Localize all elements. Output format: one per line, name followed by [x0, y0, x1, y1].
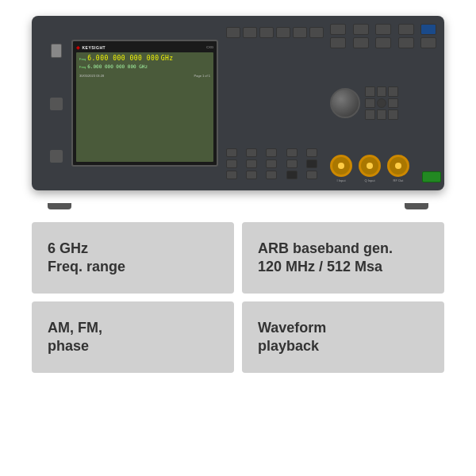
connector-label-1: I Input: [336, 178, 345, 182]
device-left-panel: [41, 24, 71, 182]
right-btn-1: [330, 24, 346, 35]
nav-up-right: [388, 86, 398, 97]
freq-sub-display: 6.000 000 000 000 GHz: [87, 63, 148, 69]
key-11: [226, 171, 237, 179]
rf-connector-2: [359, 155, 381, 177]
left-button-1: [50, 98, 63, 110]
key-6: [226, 159, 237, 168]
screen-date: 30/05/2023 03:28: [79, 74, 104, 78]
screen-page: Page 1 of 1: [194, 74, 210, 78]
nav-right: [388, 98, 398, 109]
screen-info-row: 30/05/2023 03:28 Page 1 of 1: [79, 74, 210, 78]
device-right-top-buttons: [330, 24, 441, 48]
key-7: [246, 159, 257, 168]
keypad-grid: [226, 148, 324, 179]
key-8: [266, 159, 277, 168]
device-feet: [48, 203, 428, 209]
right-btn-5: [420, 24, 436, 35]
freq-sub-label: Freq: [79, 65, 86, 69]
softkey-3: [259, 27, 274, 38]
right-btn-2: [353, 24, 369, 35]
feature-card-freq-range: 6 GHzFreq. range: [32, 222, 234, 294]
device-right-middle: [330, 86, 441, 120]
nav-center: [377, 98, 387, 109]
connector-inner-2: [367, 163, 373, 169]
rf-connector-1: [330, 155, 352, 177]
device-screen: ◆KEYSIGHT CXG Freq 6.000 000 000 000 GHz…: [71, 40, 218, 167]
nav-down-left: [365, 109, 375, 120]
key-2: [246, 148, 257, 157]
connector-label-3: RF Out: [393, 178, 404, 182]
connector-group-2: Q Input: [359, 155, 381, 182]
key-3: [266, 148, 277, 157]
device-right-panel: I Input Q Input RF Out: [330, 24, 441, 182]
feature-card-waveform: Waveformplayback: [242, 301, 444, 373]
foot-left: [48, 203, 71, 209]
feature-card-modulation: AM, FM,phase: [32, 301, 234, 373]
left-button-2: [50, 150, 63, 163]
right-btn-10: [420, 37, 436, 48]
right-btn-9: [398, 37, 414, 48]
rf-connector-3: [387, 155, 409, 177]
power-button: [422, 171, 441, 182]
foot-right: [405, 203, 428, 209]
page-wrapper: ◆KEYSIGHT CXG Freq 6.000 000 000 000 GHz…: [0, 0, 476, 476]
device-middle-panel: [226, 24, 324, 182]
nav-left: [365, 98, 375, 109]
nav-down-right: [388, 109, 398, 120]
connector-group-3: RF Out: [387, 155, 409, 182]
feature-text-modulation: AM, FM,phase: [48, 319, 102, 356]
features-grid: 6 GHzFreq. range ARB baseband gen.120 MH…: [32, 222, 444, 373]
right-btn-6: [330, 37, 346, 48]
connector-inner-1: [338, 163, 344, 169]
softkey-5: [293, 27, 307, 38]
key-1: [226, 148, 237, 157]
feature-text-arb: ARB baseband gen.120 MHz / 512 Msa: [258, 240, 393, 277]
softkey-1: [226, 27, 240, 38]
feature-text-waveform: Waveformplayback: [258, 319, 326, 356]
key-4: [286, 148, 298, 157]
nav-cluster: [365, 86, 398, 120]
softkey-6: [309, 27, 324, 38]
freq-main-display: 6.000 000 000 000: [87, 55, 159, 62]
freq-label: Freq: [79, 57, 86, 61]
right-btn-7: [353, 37, 369, 48]
nav-up-left: [365, 86, 375, 97]
connector-label-2: Q Input: [364, 178, 374, 182]
usb-port: [51, 44, 62, 58]
freq-unit-display: GHz: [161, 55, 174, 62]
main-knob: [330, 88, 360, 118]
screen-brand-bar: ◆KEYSIGHT CXG: [76, 44, 213, 50]
right-btn-3: [375, 24, 391, 35]
softkey-2: [243, 27, 257, 38]
key-15: [306, 171, 317, 179]
device-right-bottom: I Input Q Input RF Out: [330, 155, 441, 182]
feature-text-freq-range: 6 GHzFreq. range: [48, 240, 125, 277]
key-10: [306, 159, 317, 168]
nav-up: [377, 86, 387, 97]
key-9: [286, 159, 298, 168]
softkey-4: [276, 27, 290, 38]
right-btn-8: [375, 37, 391, 48]
screen-model-label: CXG: [206, 45, 213, 49]
screen-content: Freq 6.000 000 000 000 GHz Freq 6.000 00…: [76, 52, 213, 162]
key-14: [286, 171, 298, 179]
key-12: [246, 171, 257, 179]
connector-inner-3: [395, 163, 401, 169]
right-btn-4: [398, 24, 414, 35]
key-5: [306, 148, 317, 157]
device-image: ◆KEYSIGHT CXG Freq 6.000 000 000 000 GHz…: [32, 16, 444, 190]
connector-group-1: I Input: [330, 155, 352, 182]
keysight-logo: ◆KEYSIGHT: [76, 44, 106, 50]
key-13: [266, 171, 277, 179]
feature-card-arb: ARB baseband gen.120 MHz / 512 Msa: [242, 222, 444, 294]
nav-down: [377, 109, 387, 120]
